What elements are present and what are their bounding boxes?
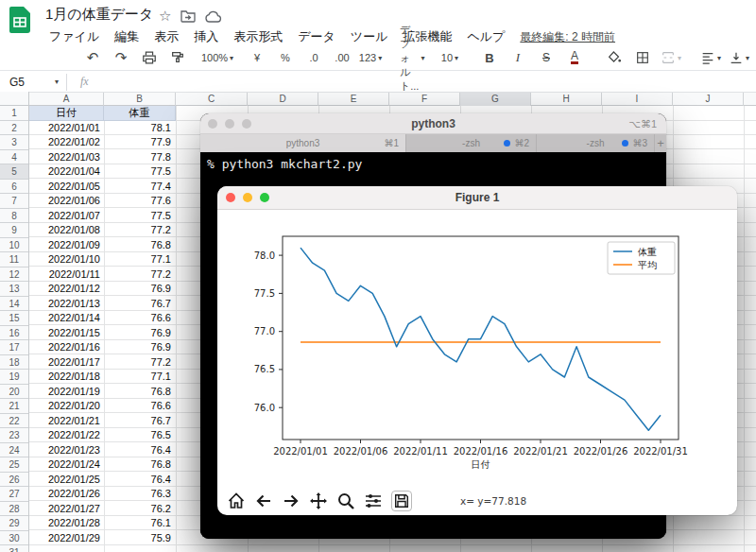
- cell-date[interactable]: 2022/01/21: [29, 414, 104, 429]
- google-sheets-logo-icon[interactable]: [9, 7, 30, 33]
- column-header-I[interactable]: I: [602, 93, 673, 106]
- terminal-titlebar[interactable]: python3 ⌥⌘1: [200, 113, 666, 134]
- cell-weight[interactable]: 76.9: [104, 326, 176, 341]
- cell-weight[interactable]: 77.2: [104, 355, 176, 371]
- row-header-18[interactable]: 18: [0, 355, 28, 371]
- row-header-17[interactable]: 17: [0, 340, 28, 355]
- column-header-B[interactable]: B: [104, 93, 176, 106]
- decrease-decimal-button[interactable]: .0: [301, 47, 327, 68]
- close-icon[interactable]: [226, 193, 235, 202]
- cell-weight[interactable]: 76.9: [104, 340, 176, 355]
- menu-insert[interactable]: 挿入: [186, 26, 226, 47]
- cell-date[interactable]: 2022/01/17: [29, 355, 104, 371]
- cell-weight[interactable]: 76.4: [104, 473, 176, 488]
- cell-weight[interactable]: 77.5: [104, 209, 176, 224]
- star-icon[interactable]: ☆: [159, 8, 171, 25]
- move-to-folder-icon[interactable]: [180, 9, 196, 23]
- row-header-8[interactable]: 8: [0, 209, 28, 224]
- cell-date[interactable]: 2022/01/11: [29, 267, 104, 283]
- column-header-E[interactable]: E: [318, 93, 389, 106]
- header-cell-weight[interactable]: 体重: [104, 106, 176, 121]
- cell-date[interactable]: 2022/01/01: [29, 121, 104, 136]
- row-header-23[interactable]: 23: [0, 428, 28, 443]
- cell-weight[interactable]: 76.3: [104, 487, 176, 502]
- row-header-19[interactable]: 19: [0, 370, 28, 385]
- cell-date[interactable]: 2022/01/13: [29, 297, 104, 312]
- cell-date[interactable]: 2022/01/07: [29, 209, 104, 224]
- cell-weight[interactable]: 77.4: [104, 180, 176, 195]
- column-header-H[interactable]: H: [531, 93, 602, 106]
- row-header-2[interactable]: 2: [0, 121, 28, 136]
- row-header-29[interactable]: 29: [0, 516, 28, 531]
- cloud-saved-icon[interactable]: [205, 10, 222, 23]
- cell-weight[interactable]: 78.1: [104, 121, 176, 136]
- cell-date[interactable]: 2022/01/25: [29, 473, 104, 488]
- menu-tools[interactable]: ツール: [343, 26, 396, 47]
- minimize-icon[interactable]: [243, 193, 252, 202]
- font-select[interactable]: デフォルト...▾: [397, 47, 423, 68]
- cell-date[interactable]: 2022/01/29: [29, 531, 104, 546]
- cell-weight[interactable]: 77.1: [104, 370, 176, 385]
- row-header-22[interactable]: 22: [0, 414, 28, 429]
- zoom-select[interactable]: 100%▾: [204, 47, 231, 68]
- cell-date[interactable]: 2022/01/24: [29, 457, 104, 473]
- terminal-tab-1[interactable]: python3⌘1: [200, 134, 406, 152]
- row-header-3[interactable]: 3: [0, 135, 28, 150]
- font-size-select[interactable]: 10▾: [437, 47, 463, 68]
- row-header-10[interactable]: 10: [0, 238, 28, 253]
- redo-icon[interactable]: ↷: [108, 47, 134, 68]
- cell-date[interactable]: 2022/01/02: [29, 135, 104, 150]
- cell-date[interactable]: 2022/01/04: [29, 164, 104, 180]
- bold-button[interactable]: B: [476, 47, 503, 68]
- name-box[interactable]: G5: [0, 76, 55, 89]
- row-header-21[interactable]: 21: [0, 399, 28, 414]
- cell-date[interactable]: 2022/01/27: [29, 502, 104, 517]
- paint-format-icon[interactable]: [164, 47, 191, 68]
- column-header-F[interactable]: F: [389, 93, 460, 106]
- row-header-1[interactable]: 1: [0, 106, 28, 121]
- configure-subplots-icon[interactable]: [364, 492, 383, 510]
- minimize-icon[interactable]: [225, 119, 234, 129]
- terminal-tab-3[interactable]: -zsh⌘3: [537, 134, 655, 152]
- row-header-25[interactable]: 25: [0, 457, 28, 473]
- row-header-26[interactable]: 26: [0, 473, 28, 488]
- cell-date[interactable]: 2022/01/28: [29, 516, 104, 531]
- cell-weight[interactable]: 76.8: [104, 238, 176, 253]
- cell-date[interactable]: 2022/01/06: [29, 194, 104, 209]
- cell-weight[interactable]: 77.5: [104, 164, 176, 180]
- row-header-4[interactable]: 4: [0, 150, 28, 165]
- row-header-5[interactable]: 5: [0, 164, 28, 180]
- figure-titlebar[interactable]: Figure 1: [217, 186, 737, 210]
- cell-date[interactable]: 2022/01/09: [29, 238, 104, 253]
- format-percent-button[interactable]: %: [272, 47, 299, 68]
- more-formats-button[interactable]: 123▾: [357, 47, 384, 68]
- back-icon[interactable]: [254, 492, 273, 510]
- cell-date[interactable]: 2022/01/15: [29, 326, 104, 341]
- cell-date[interactable]: 2022/01/22: [29, 428, 104, 443]
- cell-date[interactable]: 2022/01/12: [29, 282, 104, 297]
- cell-weight[interactable]: 77.8: [104, 150, 176, 165]
- cell-date[interactable]: 2022/01/03: [29, 150, 104, 165]
- pan-icon[interactable]: [309, 492, 328, 510]
- increase-decimal-button[interactable]: .00: [329, 47, 355, 68]
- zoom-to-rect-icon[interactable]: [336, 492, 355, 510]
- row-header-13[interactable]: 13: [0, 282, 28, 297]
- menu-format[interactable]: 表示形式: [226, 26, 290, 47]
- column-header-A[interactable]: A: [29, 93, 104, 106]
- column-header-J[interactable]: J: [673, 93, 744, 106]
- strikethrough-button[interactable]: S: [533, 47, 559, 68]
- menu-edit[interactable]: 編集: [107, 26, 146, 47]
- terminal-tab-2[interactable]: -zsh⌘2: [406, 134, 537, 152]
- select-all-corner[interactable]: [0, 92, 29, 106]
- row-header-20[interactable]: 20: [0, 385, 28, 400]
- column-header-C[interactable]: C: [176, 93, 248, 106]
- cell-weight[interactable]: 76.6: [104, 311, 176, 326]
- merge-cells-icon[interactable]: ▾: [658, 47, 684, 68]
- cell-weight[interactable]: 76.2: [104, 502, 176, 517]
- vertical-align-icon[interactable]: ▾: [726, 47, 752, 68]
- format-currency-button[interactable]: ¥: [244, 47, 270, 68]
- cell-weight[interactable]: 76.7: [104, 297, 176, 312]
- column-header-G[interactable]: G: [460, 93, 531, 106]
- maximize-icon[interactable]: [242, 119, 251, 129]
- save-icon[interactable]: [391, 491, 412, 511]
